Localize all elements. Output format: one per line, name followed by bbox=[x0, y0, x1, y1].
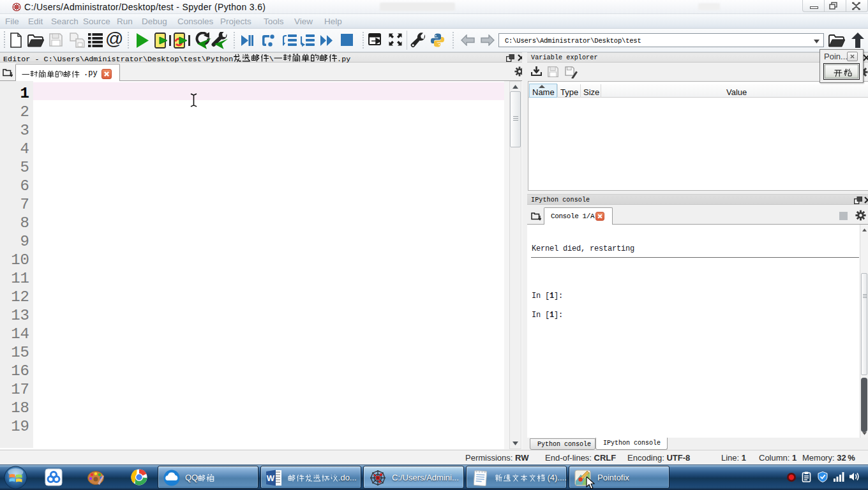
svg-text:W: W bbox=[267, 473, 275, 483]
